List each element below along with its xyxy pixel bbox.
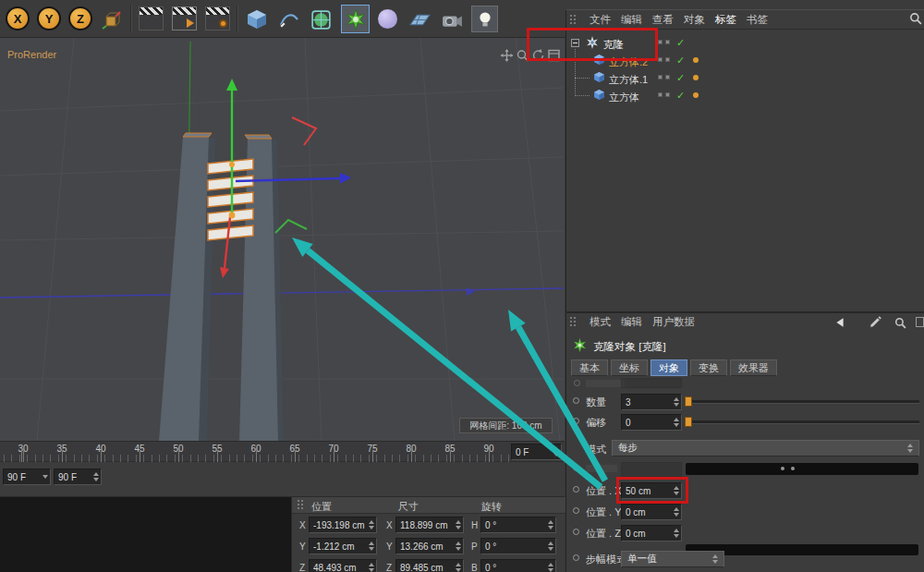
stepper[interactable] [456, 520, 461, 529]
object-label-cube2[interactable]: 立方体.2 [609, 55, 648, 69]
size-z-field[interactable]: 89.485 cm [395, 559, 464, 572]
layer-dot[interactable] [693, 75, 699, 80]
offset-slider-groove[interactable] [685, 420, 919, 424]
pan-view-icon[interactable] [500, 49, 514, 62]
visibility-dot[interactable] [658, 75, 663, 79]
tab-basic[interactable]: 基本 [571, 359, 608, 376]
stepper[interactable] [456, 542, 461, 551]
enable-check-icon[interactable]: ✓ [676, 55, 685, 66]
visibility-dot[interactable] [665, 75, 670, 79]
menu-edit[interactable]: 编辑 [621, 13, 642, 27]
panel-grip-icon[interactable] [570, 15, 578, 26]
visibility-dot[interactable] [665, 57, 670, 62]
add-spline-button[interactable] [275, 6, 302, 32]
panel-grip-icon[interactable] [298, 500, 305, 511]
current-frame-field[interactable]: 0 F [511, 444, 562, 460]
clipped-icon[interactable] [916, 317, 924, 327]
add-camera-button[interactable] [439, 6, 466, 32]
rotate-view-icon[interactable] [531, 49, 545, 62]
add-floor-button[interactable] [407, 6, 433, 32]
keyframe-circle[interactable] [573, 554, 579, 561]
stepper[interactable] [674, 418, 679, 427]
tab-object[interactable]: 对象 [650, 359, 687, 376]
keyframe-circle[interactable] [573, 418, 579, 424]
stepper[interactable] [548, 563, 553, 572]
tab-coordinates[interactable]: 坐标 [611, 359, 648, 376]
position-z-field[interactable]: 0 cm [621, 525, 682, 542]
add-metaball-button[interactable] [374, 6, 401, 32]
size-y-field[interactable]: 13.266 cm [395, 538, 464, 554]
plane-handle-red[interactable] [292, 117, 316, 145]
object-label-cube[interactable]: 立方体 [609, 91, 639, 104]
mograph-cloner-button[interactable] [341, 5, 370, 33]
object-label-cube1[interactable]: 立方体.1 [609, 73, 648, 87]
layer-dot[interactable] [693, 57, 699, 63]
stepper[interactable] [674, 397, 679, 407]
menu-user-data[interactable]: 用户数据 [652, 315, 695, 329]
handle-dot[interactable] [229, 162, 235, 167]
visibility-dot[interactable] [665, 92, 670, 97]
z-axis-handle[interactable] [225, 217, 230, 268]
axis-lock-y-button[interactable]: Y [37, 6, 61, 30]
cube-object-icon[interactable] [593, 89, 605, 101]
keyframe-circle[interactable] [573, 529, 579, 535]
keyframe-circle[interactable] [573, 397, 579, 404]
menu-bookmarks[interactable]: 书签 [747, 13, 768, 27]
stepper[interactable] [548, 542, 553, 551]
stepper[interactable] [456, 563, 461, 572]
search-icon[interactable] [894, 317, 906, 329]
keyframe-circle[interactable] [573, 507, 579, 514]
position-y-field[interactable]: 0 cm [621, 504, 682, 520]
layer-dot[interactable] [693, 92, 699, 98]
coordinate-system-button[interactable] [98, 6, 125, 32]
cube-object-icon[interactable] [593, 71, 605, 83]
left-pillar[interactable] [159, 133, 215, 441]
stepper[interactable] [369, 542, 374, 551]
stepper[interactable] [369, 520, 374, 529]
position-y-field[interactable]: -1.212 cm [309, 538, 377, 554]
position-z-field[interactable]: 48.493 cm [309, 559, 377, 572]
axis-lock-z-button[interactable]: Z [68, 6, 92, 30]
panel-grip-icon[interactable] [570, 317, 578, 328]
visibility-dot[interactable] [658, 57, 663, 62]
visibility-dot[interactable] [658, 92, 663, 97]
menu-file[interactable]: 文件 [590, 13, 611, 27]
zoom-view-icon[interactable] [516, 49, 529, 62]
menu-tags[interactable]: 标签 [715, 13, 736, 27]
count-field[interactable]: 3 [621, 394, 682, 410]
back-arrow-icon[interactable] [834, 317, 845, 328]
timeline-ruler[interactable]: 3035 4045 5055 6065 7075 8085 90 0 F [0, 441, 565, 462]
tab-transform[interactable]: 变换 [690, 359, 727, 376]
offset-field[interactable]: 0 [621, 414, 682, 431]
add-light-button[interactable] [471, 6, 498, 32]
add-subdivision-surface-button[interactable] [308, 6, 334, 32]
visibility-dot[interactable] [665, 40, 670, 44]
render-picture-viewer-button[interactable] [172, 6, 197, 30]
object-label-cloner[interactable]: 克隆 [603, 38, 624, 52]
rotation-p-field[interactable]: 0 ° [480, 538, 556, 554]
rotation-b-field[interactable]: 0 ° [480, 559, 556, 572]
menu-object[interactable]: 对象 [684, 13, 705, 27]
frame-range-dropdown[interactable]: 90 F [3, 469, 51, 485]
plane-handle-green[interactable] [275, 220, 307, 233]
edit-pencil-icon[interactable] [869, 316, 881, 328]
menu-view[interactable]: 查看 [652, 13, 674, 27]
origin-dot[interactable] [229, 213, 236, 219]
cube-object-icon[interactable] [593, 54, 605, 66]
render-view-button[interactable] [139, 6, 164, 30]
cloner-object-icon[interactable] [586, 36, 599, 49]
cloned-steps[interactable] [208, 159, 253, 240]
stepper[interactable] [674, 507, 679, 517]
stepper[interactable] [674, 486, 679, 495]
mode-dropdown[interactable]: 每步 [612, 440, 919, 456]
tab-effectors[interactable]: 效果器 [730, 359, 777, 376]
expander-icon[interactable] [571, 39, 579, 47]
rotation-h-field[interactable]: 0 ° [480, 517, 556, 533]
count-slider-handle[interactable] [685, 396, 692, 407]
position-x-field[interactable]: -193.198 cm [309, 517, 377, 533]
stepper[interactable] [369, 563, 374, 572]
add-cube-button[interactable] [243, 6, 270, 32]
menu-mode[interactable]: 模式 [590, 315, 611, 329]
step-mode-dropdown[interactable]: 单一值 [621, 551, 724, 567]
stepper[interactable] [93, 472, 99, 481]
